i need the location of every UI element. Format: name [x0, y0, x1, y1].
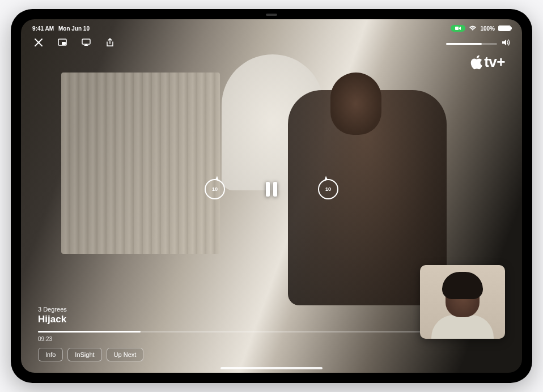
- playback-controls: 10 10: [203, 178, 340, 201]
- pip-caller-body: [431, 315, 494, 339]
- top-controls: [32, 36, 116, 49]
- battery-icon: [498, 25, 511, 31]
- svg-rect-0: [455, 27, 459, 30]
- wifi-icon: [469, 25, 477, 31]
- info-button[interactable]: Info: [38, 348, 63, 361]
- pip-caller: [440, 276, 485, 339]
- pip-button[interactable]: [56, 36, 69, 49]
- facetime-pip-window[interactable]: [420, 265, 505, 339]
- status-time: 9:41 AM: [32, 25, 54, 32]
- action-buttons: Info InSight Up Next: [38, 348, 505, 361]
- svg-rect-2: [62, 42, 66, 45]
- skip-forward-button[interactable]: 10: [317, 178, 340, 201]
- skip-forward-label: 10: [325, 186, 331, 192]
- pause-button[interactable]: [260, 178, 283, 201]
- screen: 9:41 AM Mon Jun 10 100%: [21, 19, 522, 373]
- share-button[interactable]: [104, 36, 116, 49]
- insight-button[interactable]: InSight: [67, 348, 101, 361]
- ipad-frame: 9:41 AM Mon Jun 10 100%: [11, 9, 532, 383]
- video-icon: [455, 26, 461, 31]
- close-button[interactable]: [32, 36, 45, 49]
- apple-logo-icon: [469, 54, 483, 70]
- home-indicator[interactable]: [220, 367, 323, 369]
- airplay-button[interactable]: [80, 36, 92, 49]
- volume-control[interactable]: [446, 39, 511, 49]
- camera-indicator: [266, 14, 277, 16]
- appletv-text: tv+: [484, 53, 505, 71]
- scene-curtain: [61, 73, 220, 254]
- appletv-plus-logo: tv+: [469, 53, 505, 71]
- scene-person-head: [330, 73, 381, 135]
- volume-slider[interactable]: [446, 43, 497, 45]
- skip-back-label: 10: [212, 186, 218, 192]
- status-date: Mon Jun 10: [58, 25, 90, 32]
- progress-fill: [38, 331, 141, 333]
- up-next-button[interactable]: Up Next: [107, 348, 144, 361]
- facetime-active-pill[interactable]: [451, 25, 465, 32]
- svg-rect-4: [266, 182, 270, 197]
- status-bar: 9:41 AM Mon Jun 10 100%: [21, 23, 522, 34]
- svg-rect-5: [273, 182, 277, 197]
- pip-caller-hair: [442, 272, 483, 299]
- skip-back-button[interactable]: 10: [203, 178, 226, 201]
- pip-caller-head: [446, 276, 480, 317]
- speaker-icon: [502, 39, 511, 49]
- svg-rect-3: [82, 39, 90, 44]
- volume-fill: [446, 43, 482, 45]
- battery-percent: 100%: [480, 25, 495, 32]
